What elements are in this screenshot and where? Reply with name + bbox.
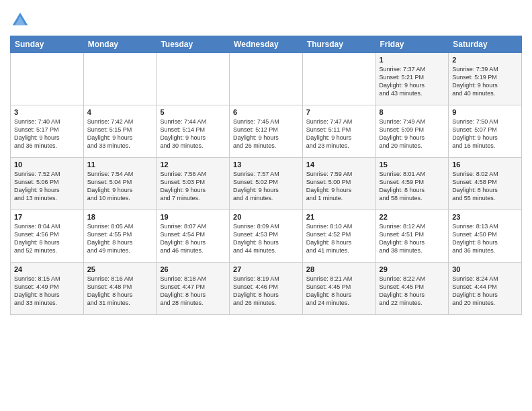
day-info: Sunrise: 7:44 AM Sunset: 5:14 PM Dayligh… [160, 118, 226, 150]
day-number: 26 [160, 265, 226, 273]
day-info: Sunrise: 8:21 AM Sunset: 4:45 PM Dayligh… [306, 275, 372, 308]
day-number: 22 [380, 213, 445, 221]
day-cell: 2Sunrise: 7:39 AM Sunset: 5:19 PM Daylig… [449, 53, 522, 105]
day-number: 27 [233, 265, 299, 273]
day-cell: 26Sunrise: 8:18 AM Sunset: 4:47 PM Dayli… [157, 263, 230, 315]
day-number: 16 [452, 161, 518, 169]
day-cell [157, 53, 230, 105]
day-cell: 1Sunrise: 7:37 AM Sunset: 5:21 PM Daylig… [375, 53, 449, 105]
day-info: Sunrise: 7:50 AM Sunset: 5:07 PM Dayligh… [452, 118, 518, 150]
day-info: Sunrise: 7:57 AM Sunset: 5:02 PM Dayligh… [233, 170, 299, 203]
day-cell: 5Sunrise: 7:44 AM Sunset: 5:14 PM Daylig… [157, 105, 230, 158]
day-info: Sunrise: 8:05 AM Sunset: 4:55 PM Dayligh… [87, 222, 153, 255]
day-cell: 20Sunrise: 8:09 AM Sunset: 4:53 PM Dayli… [230, 210, 303, 263]
day-number: 9 [452, 108, 518, 116]
day-number: 29 [380, 265, 445, 273]
day-number: 3 [14, 108, 80, 116]
logo-icon [10, 10, 30, 30]
day-cell: 14Sunrise: 7:59 AM Sunset: 5:00 PM Dayli… [302, 158, 375, 210]
day-info: Sunrise: 7:39 AM Sunset: 5:19 PM Dayligh… [452, 65, 518, 98]
day-info: Sunrise: 7:54 AM Sunset: 5:04 PM Dayligh… [87, 170, 153, 203]
day-info: Sunrise: 7:42 AM Sunset: 5:15 PM Dayligh… [87, 118, 153, 150]
day-cell: 8Sunrise: 7:49 AM Sunset: 5:09 PM Daylig… [375, 105, 449, 158]
day-number: 28 [306, 265, 372, 273]
day-info: Sunrise: 8:02 AM Sunset: 4:58 PM Dayligh… [452, 170, 518, 203]
day-info: Sunrise: 8:22 AM Sunset: 4:45 PM Dayligh… [380, 275, 445, 308]
day-number: 23 [452, 213, 518, 221]
day-cell: 4Sunrise: 7:42 AM Sunset: 5:15 PM Daylig… [83, 105, 157, 158]
header [10, 7, 522, 30]
day-cell: 9Sunrise: 7:50 AM Sunset: 5:07 PM Daylig… [449, 105, 522, 158]
day-cell: 17Sunrise: 8:04 AM Sunset: 4:56 PM Dayli… [11, 210, 84, 263]
day-info: Sunrise: 7:59 AM Sunset: 5:00 PM Dayligh… [306, 170, 372, 203]
day-number: 7 [306, 108, 372, 116]
page: SundayMondayTuesdayWednesdayThursdayFrid… [0, 0, 532, 411]
day-cell: 27Sunrise: 8:19 AM Sunset: 4:46 PM Dayli… [230, 263, 303, 315]
day-number: 4 [87, 108, 153, 116]
day-cell [11, 53, 84, 105]
day-number: 17 [14, 213, 80, 221]
calendar-table: SundayMondayTuesdayWednesdayThursdayFrid… [10, 36, 522, 315]
day-info: Sunrise: 7:37 AM Sunset: 5:21 PM Dayligh… [380, 65, 445, 98]
day-info: Sunrise: 8:15 AM Sunset: 4:49 PM Dayligh… [14, 275, 80, 308]
day-info: Sunrise: 8:04 AM Sunset: 4:56 PM Dayligh… [14, 222, 80, 255]
day-cell: 18Sunrise: 8:05 AM Sunset: 4:55 PM Dayli… [83, 210, 157, 263]
day-number: 25 [87, 265, 153, 273]
day-cell: 22Sunrise: 8:12 AM Sunset: 4:51 PM Dayli… [375, 210, 449, 263]
day-cell [83, 53, 157, 105]
col-header-sunday: Sunday [11, 36, 84, 53]
day-number: 18 [87, 213, 153, 221]
day-number: 30 [452, 265, 518, 273]
day-cell: 12Sunrise: 7:56 AM Sunset: 5:03 PM Dayli… [157, 158, 230, 210]
day-number: 19 [160, 213, 226, 221]
day-number: 20 [233, 213, 299, 221]
day-number: 14 [306, 161, 372, 169]
col-header-saturday: Saturday [449, 36, 522, 53]
day-info: Sunrise: 7:47 AM Sunset: 5:11 PM Dayligh… [306, 118, 372, 150]
week-row-1: 3Sunrise: 7:40 AM Sunset: 5:17 PM Daylig… [11, 105, 522, 158]
logo [10, 10, 32, 30]
day-cell: 30Sunrise: 8:24 AM Sunset: 4:44 PM Dayli… [449, 263, 522, 315]
week-row-2: 10Sunrise: 7:52 AM Sunset: 5:06 PM Dayli… [11, 158, 522, 210]
day-cell: 29Sunrise: 8:22 AM Sunset: 4:45 PM Dayli… [375, 263, 449, 315]
day-number: 24 [14, 265, 80, 273]
col-header-monday: Monday [83, 36, 157, 53]
day-cell [302, 53, 375, 105]
week-row-3: 17Sunrise: 8:04 AM Sunset: 4:56 PM Dayli… [11, 210, 522, 263]
day-cell: 21Sunrise: 8:10 AM Sunset: 4:52 PM Dayli… [302, 210, 375, 263]
day-number: 5 [160, 108, 226, 116]
day-cell: 10Sunrise: 7:52 AM Sunset: 5:06 PM Dayli… [11, 158, 84, 210]
day-cell: 28Sunrise: 8:21 AM Sunset: 4:45 PM Dayli… [302, 263, 375, 315]
col-header-thursday: Thursday [302, 36, 375, 53]
day-cell: 16Sunrise: 8:02 AM Sunset: 4:58 PM Dayli… [449, 158, 522, 210]
day-info: Sunrise: 7:52 AM Sunset: 5:06 PM Dayligh… [14, 170, 80, 203]
day-cell: 25Sunrise: 8:16 AM Sunset: 4:48 PM Dayli… [83, 263, 157, 315]
day-number: 8 [380, 108, 445, 116]
day-number: 13 [233, 161, 299, 169]
day-number: 6 [233, 108, 299, 116]
day-cell: 6Sunrise: 7:45 AM Sunset: 5:12 PM Daylig… [230, 105, 303, 158]
day-info: Sunrise: 7:45 AM Sunset: 5:12 PM Dayligh… [233, 118, 299, 150]
week-row-4: 24Sunrise: 8:15 AM Sunset: 4:49 PM Dayli… [11, 263, 522, 315]
day-info: Sunrise: 8:24 AM Sunset: 4:44 PM Dayligh… [452, 275, 518, 308]
calendar-header-row: SundayMondayTuesdayWednesdayThursdayFrid… [11, 36, 522, 53]
day-info: Sunrise: 8:10 AM Sunset: 4:52 PM Dayligh… [306, 222, 372, 255]
day-number: 12 [160, 161, 226, 169]
day-info: Sunrise: 7:56 AM Sunset: 5:03 PM Dayligh… [160, 170, 226, 203]
day-number: 11 [87, 161, 153, 169]
day-info: Sunrise: 8:18 AM Sunset: 4:47 PM Dayligh… [160, 275, 226, 308]
day-info: Sunrise: 8:16 AM Sunset: 4:48 PM Dayligh… [87, 275, 153, 308]
day-number: 2 [452, 56, 518, 64]
day-info: Sunrise: 8:01 AM Sunset: 4:59 PM Dayligh… [380, 170, 445, 203]
col-header-wednesday: Wednesday [230, 36, 303, 53]
day-cell: 13Sunrise: 7:57 AM Sunset: 5:02 PM Dayli… [230, 158, 303, 210]
day-number: 15 [380, 161, 445, 169]
day-number: 1 [380, 56, 445, 64]
day-info: Sunrise: 8:12 AM Sunset: 4:51 PM Dayligh… [380, 222, 445, 255]
day-cell: 24Sunrise: 8:15 AM Sunset: 4:49 PM Dayli… [11, 263, 84, 315]
day-number: 21 [306, 213, 372, 221]
week-row-0: 1Sunrise: 7:37 AM Sunset: 5:21 PM Daylig… [11, 53, 522, 105]
day-info: Sunrise: 8:13 AM Sunset: 4:50 PM Dayligh… [452, 222, 518, 255]
day-cell: 23Sunrise: 8:13 AM Sunset: 4:50 PM Dayli… [449, 210, 522, 263]
day-cell: 15Sunrise: 8:01 AM Sunset: 4:59 PM Dayli… [375, 158, 449, 210]
